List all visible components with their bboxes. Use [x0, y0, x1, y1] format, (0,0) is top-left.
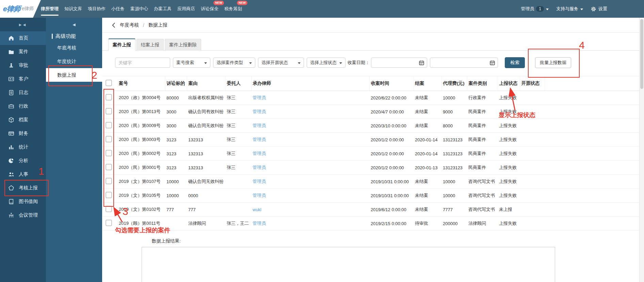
tab-closing-report[interactable]: 结案上报: [136, 39, 164, 51]
subsidebar-item-year-end-assessment[interactable]: 年底考核: [46, 41, 102, 54]
user-menu[interactable]: 管理员 1: [521, 6, 549, 12]
cell-lawyer[interactable]: 管理员: [251, 147, 369, 161]
settings-button[interactable]: 设置: [591, 6, 607, 12]
tab-case-report-delete[interactable]: 案件上报删除: [165, 39, 201, 51]
sidebar-item-assessment-report[interactable]: 考核上报: [0, 181, 46, 195]
sidebar-item-statistics[interactable]: 统计: [0, 140, 46, 154]
report-status-select[interactable]: 选择上报状态: [307, 58, 345, 68]
sidebar-item-analysis[interactable]: 分析: [0, 154, 46, 168]
cell-closed: 未结案: [414, 91, 441, 105]
checkbox-cell: [102, 217, 117, 231]
cell-filed-time: 2020/1/2 0:00:00: [369, 161, 414, 175]
sidebar-item-clients[interactable]: 客户: [0, 72, 46, 86]
cell-cause: 0000: [187, 189, 225, 203]
sidebar-item-admin[interactable]: 行政: [0, 99, 46, 113]
cell-report-status: 上报失败: [498, 105, 520, 119]
sidebar-item-finance[interactable]: 财务: [0, 127, 46, 140]
date-label: 收案日期：: [348, 60, 370, 66]
nav-item-projects[interactable]: 项目协作: [88, 0, 106, 18]
case-type-select[interactable]: 选择案件类型: [213, 58, 255, 68]
support-menu[interactable]: 支持与服务: [556, 6, 583, 12]
nav-item-case-source[interactable]: 案源中心: [130, 0, 148, 18]
cell-lawyer[interactable]: 管理员: [251, 133, 369, 147]
cell-filler: [545, 119, 639, 133]
cell-lawyer[interactable]: 管理员: [251, 91, 369, 105]
gear-icon: [591, 6, 596, 12]
cell-invoice-status: [520, 203, 545, 217]
sidebar-item-archives[interactable]: 档案: [0, 113, 46, 127]
row-checkbox[interactable]: [106, 136, 112, 142]
row-checkbox[interactable]: [106, 94, 112, 100]
chevron-down-icon: [546, 9, 549, 10]
vertical-scrollbar[interactable]: [639, 18, 644, 282]
sidebar-item-logs[interactable]: 日志: [0, 86, 46, 99]
sidebar-item-approval[interactable]: 审批: [0, 59, 46, 72]
cell-lawyer[interactable]: 管理员: [251, 105, 369, 119]
cell-filler: [545, 91, 639, 105]
subsidebar-item-annual-statistics[interactable]: 年度统计: [46, 54, 102, 68]
cell-closed: 2020-01-14: [414, 133, 441, 147]
nav-item-label: 应用商店: [177, 6, 195, 12]
row-checkbox[interactable]: [106, 122, 112, 128]
nav-item-small-tasks[interactable]: 小任务: [111, 0, 125, 18]
row-checkbox[interactable]: [106, 220, 112, 226]
select-all-checkbox[interactable]: [106, 80, 112, 86]
cell-category: 行政案件: [467, 91, 498, 105]
cell-lawyer[interactable]: wukl: [251, 203, 369, 217]
report-result-box: [142, 247, 555, 282]
case-table-body: 2020（政）第0004号80000出版者权权属纠纷张三管理员2020/6/22…: [102, 91, 639, 231]
table-row: 2020（民）第0003号3123132313张三管理员2020/1/2 0:0…: [102, 133, 639, 147]
sidebar-item-label: 分析: [19, 158, 28, 164]
cell-lawyer[interactable]: 管理员: [251, 175, 369, 189]
scrollbar-thumb[interactable]: [640, 19, 643, 89]
cell-lawyer[interactable]: 管理员: [251, 189, 369, 203]
nav-item-law-firm[interactable]: 律所管理: [41, 0, 59, 18]
nav-item-litigation-preservation[interactable]: 诉讼保全NEW: [201, 0, 219, 18]
invoice-status-select[interactable]: 选择开票状态: [258, 58, 304, 68]
sidebar-item-home[interactable]: 首页: [0, 31, 46, 45]
tab-case-report[interactable]: 案件上报: [108, 38, 135, 51]
date-from-input[interactable]: [371, 58, 427, 68]
checkbox-cell: [102, 119, 117, 133]
back-button[interactable]: [111, 22, 116, 29]
row-checkbox[interactable]: [106, 178, 112, 184]
nav-item-label: 项目协作: [88, 6, 106, 12]
sidebar-item-meetings[interactable]: 会议管理: [0, 208, 46, 222]
cell-client: [225, 189, 251, 203]
cell-lawyer[interactable]: 管理员: [251, 161, 369, 175]
nav-item-case-tools[interactable]: 办案工具: [154, 0, 172, 18]
subsidebar-item-data-report[interactable]: 数据上报: [46, 68, 102, 82]
row-checkbox[interactable]: [106, 192, 112, 198]
nav-item-knowledge[interactable]: 知识文库: [64, 0, 82, 18]
nav-item-tax-planning[interactable]: 税务筹划NEW: [224, 0, 242, 18]
cell-filed-time: 2020/3/10 0:00:00: [369, 119, 414, 133]
section-advanced-features: 高级功能: [46, 31, 102, 41]
column-header: 委托人: [225, 76, 251, 91]
keyword-input[interactable]: [115, 58, 170, 68]
case-icon: [8, 49, 14, 55]
search-button[interactable]: 检索: [505, 57, 525, 68]
row-checkbox[interactable]: [106, 108, 112, 114]
cell-report-status: 上报失败: [498, 189, 520, 203]
cell-lawyer[interactable]: 管理员: [251, 119, 369, 133]
sidebar-item-cases[interactable]: 案件: [0, 45, 46, 59]
cell-lawyer[interactable]: 管理员: [251, 217, 369, 231]
nav-item-app-store[interactable]: 应用商店: [177, 0, 195, 18]
cell-fee: 10000: [441, 91, 467, 105]
sidebar-collapse-toggle[interactable]: ▶◀: [0, 18, 46, 31]
breadcrumb-parent[interactable]: 年度考核: [120, 22, 139, 28]
home-icon: [8, 35, 14, 41]
breadcrumb-current: 数据上报: [148, 22, 167, 28]
row-checkbox[interactable]: [106, 150, 112, 156]
user-count-badge: 1: [536, 6, 544, 12]
search-type-select[interactable]: 案号搜索: [173, 58, 210, 68]
row-checkbox[interactable]: [106, 206, 112, 212]
subsidebar-collapse-toggle[interactable]: ◀: [46, 18, 102, 31]
date-to-input[interactable]: [430, 58, 498, 68]
batch-report-button[interactable]: 批量上报数据: [535, 57, 571, 68]
row-checkbox[interactable]: [106, 164, 112, 170]
sidebar-item-hr[interactable]: 人事: [0, 168, 46, 181]
logo[interactable]: e律师 e律师: [0, 0, 42, 18]
sidebar-item-library[interactable]: 图书借阅: [0, 195, 46, 208]
column-header: 收案时间: [369, 76, 414, 91]
